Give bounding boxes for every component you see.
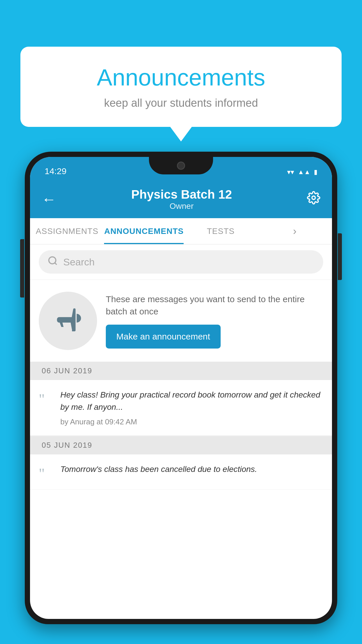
speech-bubble-subtitle: keep all your students informed — [44, 97, 318, 109]
wifi-icon: ▾▾ — [287, 168, 294, 176]
signal-icon: ▲▲ — [298, 168, 310, 176]
tab-announcements[interactable]: ANNOUNCEMENTS — [104, 218, 184, 244]
promo-icon-circle — [39, 292, 97, 350]
phone-inner-screen: 14:29 ▾▾ ▲▲ ▮ ← Physics Batch 12 Owner — [30, 157, 332, 619]
search-bar-container: Search — [30, 244, 332, 279]
content-area: Search These are messages — [30, 244, 332, 490]
second-date-section: 05 JUN 2019 " Tomorrow's class has been … — [30, 436, 332, 490]
make-announcement-button[interactable]: Make an announcement — [106, 325, 221, 349]
announcement-item-1[interactable]: " Hey class! Bring your practical record… — [30, 380, 332, 435]
svg-line-2 — [55, 262, 57, 265]
speech-bubble-section: Announcements keep all your students inf… — [20, 47, 342, 127]
speech-bubble-card: Announcements keep all your students inf… — [20, 47, 342, 127]
date-divider-2: 05 JUN 2019 — [30, 436, 332, 454]
front-camera — [177, 162, 185, 170]
status-time: 14:29 — [45, 166, 66, 176]
tab-assignments[interactable]: ASSIGNMENTS — [30, 218, 104, 244]
quote-icon-2: " — [39, 466, 53, 481]
svg-point-0 — [312, 196, 315, 200]
speech-bubble-title: Announcements — [44, 64, 318, 91]
app-bar-subtitle: Owner — [170, 202, 194, 211]
announcement-text-2: Tomorrow's class has been cancelled due … — [60, 463, 323, 475]
app-bar-title-container: Physics Batch 12 Owner — [131, 188, 232, 211]
promo-content: These are messages you want to send to t… — [106, 293, 323, 349]
announcement-content-1: Hey class! Bring your practical record b… — [60, 389, 323, 426]
settings-icon[interactable] — [307, 191, 320, 208]
app-bar-title: Physics Batch 12 — [131, 188, 232, 202]
megaphone-icon — [55, 305, 81, 337]
announcement-meta-1: by Anurag at 09:42 AM — [60, 417, 323, 426]
announcement-content-2: Tomorrow's class has been cancelled due … — [60, 463, 323, 480]
svg-point-1 — [49, 257, 56, 264]
phone-notch — [149, 157, 213, 174]
status-icons: ▾▾ ▲▲ ▮ — [287, 168, 317, 176]
phone-mockup: 14:29 ▾▾ ▲▲ ▮ ← Physics Batch 12 Owner — [25, 152, 337, 644]
announcement-text-1: Hey class! Bring your practical record b… — [60, 389, 323, 413]
date-label-1: 06 JUN 2019 — [42, 366, 92, 375]
search-icon — [48, 256, 58, 269]
search-input-placeholder: Search — [63, 256, 95, 268]
date-label-2: 05 JUN 2019 — [42, 441, 92, 450]
app-bar: ← Physics Batch 12 Owner — [30, 180, 332, 218]
quote-icon-1: " — [39, 392, 53, 406]
tab-tests[interactable]: TESTS — [184, 218, 258, 244]
announcement-item-2[interactable]: " Tomorrow's class has been cancelled du… — [30, 454, 332, 490]
back-button[interactable]: ← — [42, 191, 56, 208]
search-bar[interactable]: Search — [39, 250, 323, 274]
tabs-container: ASSIGNMENTS ANNOUNCEMENTS TESTS › — [30, 218, 332, 244]
tab-more[interactable]: › — [258, 218, 332, 244]
announcement-promo: These are messages you want to send to t… — [30, 280, 332, 362]
date-divider-1: 06 JUN 2019 — [30, 362, 332, 380]
phone-outer-frame: 14:29 ▾▾ ▲▲ ▮ ← Physics Batch 12 Owner — [25, 152, 337, 624]
battery-icon: ▮ — [314, 168, 317, 176]
promo-description: These are messages you want to send to t… — [106, 293, 323, 318]
